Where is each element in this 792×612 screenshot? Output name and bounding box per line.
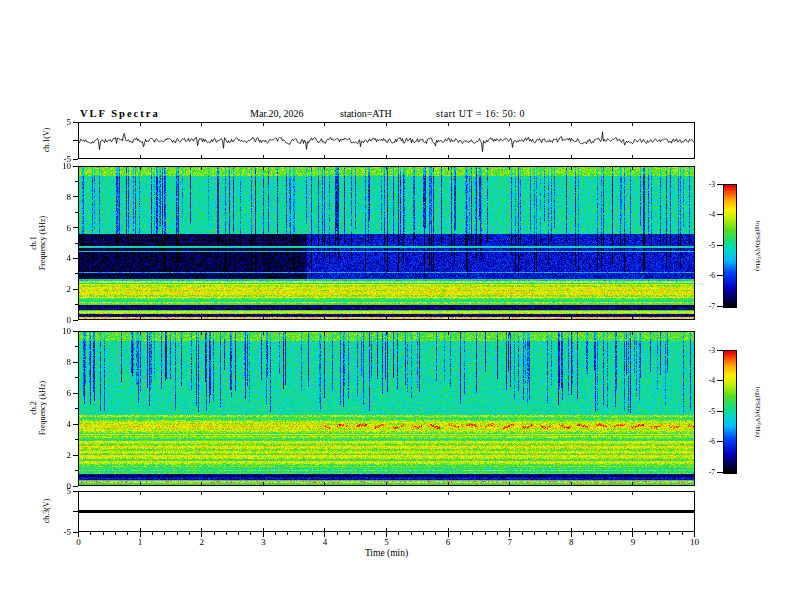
panel-tick xyxy=(386,482,387,485)
y-tick-label: -5 xyxy=(49,527,71,537)
panel-tick xyxy=(263,123,264,126)
y-tick xyxy=(73,486,78,487)
panel-tick xyxy=(201,123,202,126)
panel-tick xyxy=(201,167,202,170)
y-tick-label: 10 xyxy=(49,326,71,336)
panel-tick xyxy=(324,492,325,495)
colorbar-tick-label: -5 xyxy=(695,407,715,417)
ch2-label-line2: Frequency (kHz) xyxy=(38,381,47,435)
panel-tick xyxy=(386,167,387,170)
panel-tick xyxy=(386,492,387,495)
x-minor-tick xyxy=(300,532,301,535)
y-tick xyxy=(73,159,78,160)
ch1-voltage-axis-label: ch.1(V) xyxy=(42,128,51,153)
panel-tick xyxy=(632,155,633,158)
panel-tick xyxy=(571,482,572,485)
x-minor-tick xyxy=(435,532,436,535)
y-tick-label: 8 xyxy=(49,357,71,367)
y-minor-tick xyxy=(75,470,78,471)
panel-tick xyxy=(509,167,510,170)
y-tick xyxy=(73,258,78,259)
x-tick-label: 4 xyxy=(314,537,335,547)
x-tick-label: 5 xyxy=(376,537,397,547)
panel-tick xyxy=(571,528,572,531)
colorbar-tick xyxy=(717,441,723,442)
y-tick-label: 10 xyxy=(49,161,71,171)
panel-tick xyxy=(509,123,510,126)
y-tick-label: 0 xyxy=(49,315,71,325)
ch1-label-line2: Frequency (kHz) xyxy=(38,216,47,270)
x-minor-tick xyxy=(620,532,621,535)
ch1-spectrogram-canvas xyxy=(79,167,694,319)
panel-tick xyxy=(571,167,572,170)
y-minor-tick xyxy=(75,181,78,182)
panel-tick xyxy=(324,123,325,126)
panel-tick xyxy=(263,528,264,531)
x-minor-tick xyxy=(90,532,91,535)
panel-tick xyxy=(140,332,141,335)
colorbar-tick-label: -3 xyxy=(695,346,715,356)
colorbar1-label: log(PSD)/(V²/Hz) xyxy=(753,221,762,271)
panel-tick xyxy=(201,332,202,335)
x-minor-tick xyxy=(497,532,498,535)
y-minor-tick xyxy=(75,346,78,347)
colorbar-tick-label: -5 xyxy=(695,241,715,251)
y-tick-label: 8 xyxy=(49,192,71,202)
colorbar-tick xyxy=(717,184,723,185)
x-minor-tick xyxy=(115,532,116,535)
panel-tick xyxy=(571,492,572,495)
x-minor-tick xyxy=(485,532,486,535)
ch1-label-line1: ch.1 xyxy=(29,236,38,250)
x-minor-tick xyxy=(460,532,461,535)
x-minor-tick xyxy=(361,532,362,535)
panel-tick xyxy=(386,123,387,126)
x-minor-tick xyxy=(398,532,399,535)
colorbar-tick-label: -4 xyxy=(695,376,715,386)
vlf-spectra-figure: VLF Spectra Mar.20, 2026 station=ATH sta… xyxy=(0,0,792,612)
ch3-waveform-canvas xyxy=(79,492,694,531)
colorbar-tick-label: -6 xyxy=(695,437,715,447)
panel-tick xyxy=(324,316,325,319)
panel-tick xyxy=(201,316,202,319)
panel-tick xyxy=(386,332,387,335)
ch2-frequency-axis-label: ch.2Frequency (kHz) xyxy=(29,381,47,435)
colorbar-tick xyxy=(717,275,723,276)
panel-tick xyxy=(632,332,633,335)
y-minor-tick xyxy=(75,377,78,378)
x-minor-tick xyxy=(337,532,338,535)
panel-tick xyxy=(448,123,449,126)
colorbar-tick-label: -7 xyxy=(695,302,715,312)
panel-tick xyxy=(201,155,202,158)
panel-tick xyxy=(324,155,325,158)
ch1-waveform-panel xyxy=(78,122,695,159)
x-tick-label: 3 xyxy=(253,537,274,547)
panel-tick xyxy=(324,528,325,531)
ch2-label-line1: ch.2 xyxy=(29,401,38,415)
x-minor-tick xyxy=(583,532,584,535)
x-minor-tick xyxy=(127,532,128,535)
y-tick-label: 4 xyxy=(49,253,71,263)
panel-tick xyxy=(509,528,510,531)
panel-tick xyxy=(140,482,141,485)
panel-tick xyxy=(509,316,510,319)
panel-tick xyxy=(263,155,264,158)
x-minor-tick xyxy=(645,532,646,535)
panel-tick xyxy=(448,167,449,170)
colorbar-tick xyxy=(717,214,723,215)
colorbar-tick-label: -3 xyxy=(695,180,715,190)
panel-tick xyxy=(386,316,387,319)
y-tick-label: 2 xyxy=(49,284,71,294)
x-tick-label: 1 xyxy=(130,537,151,547)
panel-tick xyxy=(140,492,141,495)
y-tick xyxy=(73,227,78,228)
x-tick-label: 0 xyxy=(68,537,89,547)
panel-tick xyxy=(448,316,449,319)
panel-tick xyxy=(324,482,325,485)
panel-tick xyxy=(509,155,510,158)
panel-tick xyxy=(448,528,449,531)
x-tick-label: 6 xyxy=(438,537,459,547)
x-minor-tick xyxy=(226,532,227,535)
y-tick-label: 0 xyxy=(49,481,71,491)
panel-tick xyxy=(140,123,141,126)
panel-tick xyxy=(571,332,572,335)
